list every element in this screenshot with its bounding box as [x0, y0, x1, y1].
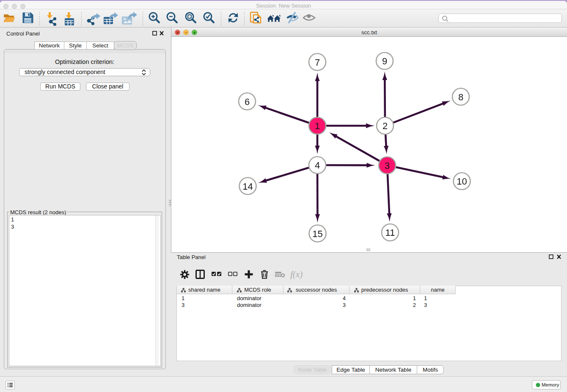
svg-text:11: 11 [385, 227, 395, 238]
svg-text:14: 14 [242, 181, 253, 192]
svg-text:6: 6 [245, 97, 250, 107]
svg-text:9: 9 [382, 56, 387, 66]
svg-text:2: 2 [383, 121, 388, 131]
svg-text:3: 3 [385, 160, 390, 171]
svg-text:7: 7 [315, 57, 320, 68]
svg-text:10: 10 [457, 176, 467, 187]
svg-text:1: 1 [315, 121, 320, 131]
svg-text:15: 15 [312, 229, 322, 239]
svg-text:4: 4 [315, 160, 320, 171]
svg-text:8: 8 [458, 92, 463, 102]
